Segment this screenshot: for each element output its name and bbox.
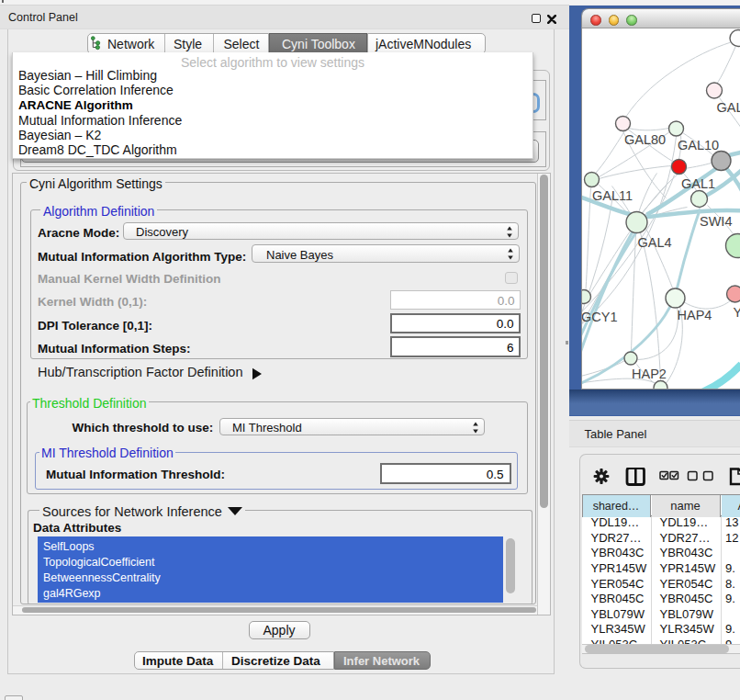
svg-text:HAP4: HAP4 [678,308,712,322]
svg-text:GAL80: GAL80 [624,132,666,147]
svg-text:GAL10: GAL10 [678,138,719,152]
svg-text:SWI4: SWI4 [700,214,732,229]
svg-text:GAL2: GAL2 [717,100,740,115]
svg-text:GAL1: GAL1 [681,176,715,191]
svg-text:GAL11: GAL11 [592,188,633,203]
svg-text:GAL4: GAL4 [638,235,672,250]
svg-text:GCY1: GCY1 [582,310,618,324]
svg-text:HAP2: HAP2 [632,367,667,381]
svg-text:Y: Y [734,305,740,320]
